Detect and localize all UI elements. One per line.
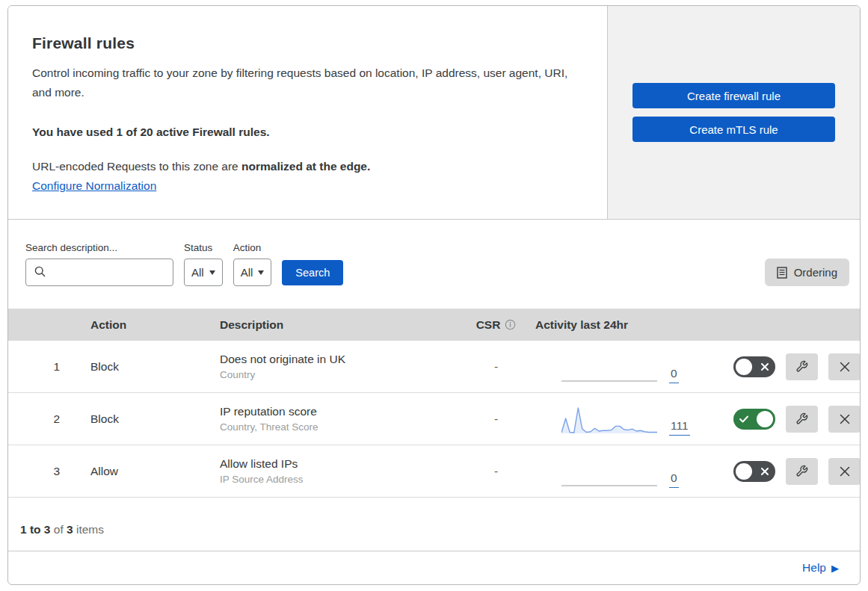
rule-description: Does not originate in UK — [220, 353, 457, 366]
header-csr: CSR — [457, 318, 535, 332]
pagination-summary: 1 to 3 of 3 items — [20, 523, 104, 536]
page-title: Firewall rules — [32, 34, 577, 52]
rule-criteria: Country — [220, 369, 457, 380]
rule-controls — [726, 458, 861, 485]
rule-number: 2 — [8, 412, 83, 426]
delete-rule-button[interactable] — [828, 353, 861, 380]
table-row: 3 Allow Allow listed IPs IP Source Addre… — [8, 445, 860, 498]
search-input[interactable] — [25, 259, 173, 286]
rule-enabled-toggle[interactable] — [733, 356, 775, 377]
rule-activity-cell: 0 — [535, 352, 726, 382]
rule-description-cell: IP reputation score Country, Threat Scor… — [212, 405, 457, 433]
arrow-right-icon: ▶ — [831, 563, 839, 573]
delete-rule-button[interactable] — [828, 406, 861, 433]
action-label: Action — [233, 242, 272, 253]
rule-criteria: IP Source Address — [220, 474, 457, 485]
filter-bar: Search description... Status All Action — [8, 220, 860, 309]
status-filter-group: Status All — [184, 242, 223, 286]
search-label: Search description... — [25, 242, 173, 253]
rule-number: 3 — [8, 465, 83, 478]
configure-normalization-link[interactable]: Configure Normalization — [32, 179, 156, 193]
action-dropdown[interactable]: All — [233, 259, 272, 286]
header-activity: Activity last 24hr — [535, 318, 726, 332]
create-mtls-rule-button[interactable]: Create mTLS rule — [632, 117, 835, 142]
rule-action: Block — [83, 360, 212, 374]
wrench-icon — [795, 360, 808, 373]
help-label: Help — [802, 561, 826, 575]
csr-label: CSR — [476, 318, 501, 332]
chevron-down-icon — [209, 270, 215, 275]
rule-action: Block — [83, 412, 212, 426]
edit-rule-button[interactable] — [786, 406, 818, 433]
rule-controls — [726, 406, 861, 433]
rule-description: IP reputation score — [220, 405, 457, 418]
actions-panel: Create firewall rule Create mTLS rule — [608, 6, 860, 219]
status-label: Status — [184, 242, 223, 253]
ordering-list-icon — [777, 267, 787, 279]
top-section: Firewall rules Control incoming traffic … — [8, 6, 860, 220]
activity-count-link[interactable]: 0 — [669, 367, 679, 383]
search-icon — [34, 266, 46, 277]
action-value: All — [241, 266, 253, 279]
table-row: 2 Block IP reputation score Country, Thr… — [8, 393, 860, 445]
ordering-label: Ordering — [794, 266, 837, 279]
table-row: 1 Block Does not originate in UK Country… — [8, 341, 860, 393]
rule-action: Allow — [83, 465, 212, 478]
toggle-knob — [757, 411, 773, 427]
wrench-icon — [795, 412, 808, 425]
header-action: Action — [83, 318, 212, 332]
rule-criteria: Country, Threat Score — [220, 421, 457, 433]
table-header: Action Description CSR Activity last 24h… — [8, 309, 860, 341]
page: Firewall rules Control incoming traffic … — [0, 0, 868, 590]
activity-sparkline — [561, 352, 657, 382]
normalization-note: URL-encoded Requests to this zone are no… — [32, 160, 577, 173]
activity-sparkline — [561, 457, 657, 486]
rule-enabled-toggle[interactable] — [733, 461, 775, 482]
firewall-rules-panel: Firewall rules Control incoming traffic … — [7, 5, 861, 585]
x-icon — [761, 468, 769, 475]
rule-controls — [726, 353, 861, 380]
rule-description-cell: Allow listed IPs IP Source Address — [212, 457, 457, 485]
status-value: All — [191, 266, 204, 279]
normalization-bold: normalized at the edge. — [241, 160, 370, 173]
delete-rule-button[interactable] — [828, 458, 861, 485]
header-description: Description — [212, 318, 457, 332]
ordering-button[interactable]: Ordering — [765, 259, 849, 286]
activity-count-link[interactable]: 111 — [669, 419, 690, 436]
activity-sparkline — [561, 404, 657, 434]
close-icon — [840, 362, 850, 372]
chevron-down-icon — [258, 270, 264, 275]
rule-activity-cell: 0 — [535, 457, 726, 486]
rule-description-cell: Does not originate in UK Country — [212, 353, 457, 380]
rule-csr: - — [457, 412, 535, 426]
table-footer: 1 to 3 of 3 items — [8, 498, 860, 551]
info-icon[interactable] — [505, 319, 516, 330]
normalization-text: URL-encoded Requests to this zone are — [32, 160, 241, 173]
status-dropdown[interactable]: All — [184, 259, 223, 286]
toggle-knob — [736, 359, 752, 375]
rule-enabled-toggle[interactable] — [733, 409, 775, 430]
search-box — [25, 259, 173, 286]
help-bar: Help ▶ — [8, 551, 860, 584]
wrench-icon — [795, 465, 808, 477]
search-button[interactable]: Search — [282, 260, 343, 285]
create-firewall-rule-button[interactable]: Create firewall rule — [632, 83, 835, 108]
page-description: Control incoming traffic to your zone by… — [32, 64, 577, 102]
rule-activity-cell: 111 — [535, 404, 726, 434]
usage-summary: You have used 1 of 20 active Firewall ru… — [32, 126, 577, 139]
rule-csr: - — [457, 360, 535, 374]
rule-csr: - — [457, 465, 535, 478]
close-icon — [840, 466, 850, 477]
help-link[interactable]: Help ▶ — [802, 561, 839, 575]
rule-description: Allow listed IPs — [220, 457, 457, 471]
edit-rule-button[interactable] — [786, 353, 818, 380]
toggle-knob — [736, 463, 752, 480]
search-group: Search description... — [25, 242, 173, 286]
edit-rule-button[interactable] — [786, 458, 818, 485]
activity-count-link[interactable]: 0 — [669, 471, 679, 488]
close-icon — [840, 414, 850, 424]
action-filter-group: Action All — [233, 242, 272, 286]
rule-number: 1 — [8, 360, 83, 374]
intro-card: Firewall rules Control incoming traffic … — [8, 6, 608, 219]
check-icon — [739, 415, 748, 423]
